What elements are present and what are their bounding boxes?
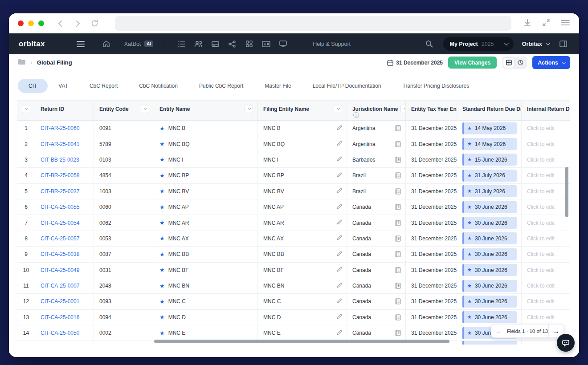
select-all-dropdown[interactable] (22, 105, 30, 113)
standard-due-date-cell[interactable]: ★ 14 May 2026 (457, 121, 522, 136)
chart-view-button[interactable] (514, 57, 526, 68)
internal-due-date-cell[interactable]: Click to edit (522, 168, 570, 183)
internal-due-date-cell[interactable]: Click to edit (522, 121, 570, 136)
jurisdiction-notes-icon[interactable] (395, 298, 401, 304)
tab-cbc-report[interactable]: CbC Report (79, 79, 128, 93)
favorite-star-icon[interactable]: ★ (159, 314, 165, 320)
internal-due-date-cell[interactable]: Click to edit (522, 152, 570, 167)
refresh-button[interactable] (90, 19, 99, 28)
header-standard-return-due-date[interactable]: Standard Return Due Date (457, 101, 522, 120)
tab-cbc-notification[interactable]: CbC Notification (128, 79, 188, 93)
standard-due-date-cell[interactable]: ★ 30 June 2026 (457, 263, 522, 278)
filing-entity-name-cell[interactable]: MNC AR (258, 215, 347, 230)
apps-grid-icon[interactable] (243, 38, 255, 50)
xatbot-nav-item[interactable]: XatBot AI (124, 41, 154, 47)
favorite-star-icon[interactable]: ★ (159, 330, 165, 337)
jurisdiction-notes-icon[interactable] (395, 235, 401, 242)
close-window-button[interactable] (18, 20, 24, 26)
table-row[interactable]: 3 CIT-BB-25-0023 0103 ★ MNC I MNC I Barb… (17, 152, 570, 168)
edit-pencil-icon[interactable] (337, 283, 342, 289)
filing-entity-name-cell[interactable]: MNC BQ (258, 136, 347, 151)
standard-due-date-cell[interactable]: ★ 30 June 2026 (457, 247, 522, 262)
internal-due-date-cell[interactable]: Click to edit (522, 310, 570, 325)
table-row[interactable]: 10 CIT-CA-25-0049 0031 ★ MNC BF MNC BF C… (17, 263, 570, 278)
edit-pencil-icon[interactable] (337, 251, 342, 258)
header-return-id[interactable]: Return ID (35, 101, 94, 120)
table-row[interactable]: 14 CIT-CA-25-0050 0002 ★ MNC E MNC E Can… (17, 325, 570, 341)
filing-entity-name-cell[interactable]: MNC C (258, 294, 347, 309)
table-row[interactable]: 13 CIT-CA-25-0016 0094 ★ MNC D MNC D Can… (17, 310, 570, 325)
standard-due-date-cell[interactable]: ★ 31 July 2026 (457, 184, 522, 199)
favorite-star-icon[interactable]: ★ (159, 172, 165, 179)
filter-dropdown-icon[interactable] (245, 105, 253, 113)
grid-view-button[interactable] (503, 57, 514, 68)
filter-dropdown-icon[interactable] (334, 105, 342, 113)
billing-card-icon[interactable] (209, 38, 221, 50)
filing-entity-name-cell[interactable]: MNC BV (258, 184, 347, 199)
due-date-pill[interactable]: ★ 30 June 2026 (462, 201, 517, 213)
internal-due-date-cell[interactable]: Click to edit (522, 263, 570, 278)
return-id-link[interactable]: CIT-CA-25-0049 (41, 267, 79, 273)
edit-pencil-icon[interactable] (337, 156, 342, 163)
horizontal-scrollbar[interactable] (154, 340, 449, 343)
favorite-star-icon[interactable]: ★ (159, 219, 165, 226)
standard-due-date-cell[interactable]: ★ 30 June 2026 (457, 231, 522, 246)
table-row[interactable]: 9 CIT-CA-25-0038 0087 ★ MNC BB MNC BB Ca… (17, 247, 570, 262)
home-icon[interactable] (100, 38, 113, 50)
edit-pencil-icon[interactable] (337, 235, 342, 242)
edit-pencil-icon[interactable] (337, 314, 342, 320)
tasks-list-icon[interactable] (175, 38, 188, 50)
return-id-link[interactable]: CIT-CA-25-0055 (41, 204, 79, 210)
internal-due-date-cell[interactable]: Click to edit (522, 215, 570, 230)
jurisdiction-notes-icon[interactable] (395, 157, 401, 163)
header-internal-return-due-date[interactable]: Internal Return Due Date (522, 101, 570, 120)
jurisdiction-notes-icon[interactable] (395, 188, 401, 195)
return-id-link[interactable]: CIT-BB-25-0023 (41, 157, 79, 163)
table-row[interactable]: 1 CIT-AR-25-0060 0091 ★ MNC B MNC B Arge… (17, 121, 570, 136)
return-id-link[interactable]: CIT-CA-25-0038 (41, 251, 79, 257)
monitor-icon[interactable] (277, 38, 289, 50)
filing-entity-name-cell[interactable]: MNC E (258, 325, 347, 341)
jurisdiction-notes-icon[interactable] (395, 141, 401, 147)
favorite-star-icon[interactable]: ★ (159, 283, 165, 289)
download-icon[interactable] (523, 18, 532, 29)
tab-cit[interactable]: CIT (18, 79, 48, 93)
edit-pencil-icon[interactable] (337, 219, 342, 226)
filing-entity-name-cell[interactable]: MNC B (258, 121, 347, 136)
due-date-pill[interactable]: ★ 14 May 2026 (462, 138, 517, 150)
favorite-star-icon[interactable]: ★ (159, 125, 165, 132)
jurisdiction-notes-icon[interactable] (395, 283, 401, 289)
header-entity-tax-year-end[interactable]: Entity Tax Year End (406, 101, 457, 120)
favorite-star-icon[interactable]: ★ (159, 267, 165, 273)
jurisdiction-notes-icon[interactable] (395, 267, 401, 273)
tab-master-file[interactable]: Master File (254, 79, 302, 93)
standard-due-date-cell[interactable]: ★ 31 July 2026 (457, 168, 522, 183)
jurisdiction-notes-icon[interactable] (395, 314, 401, 320)
favorite-star-icon[interactable]: ★ (159, 251, 165, 258)
standard-due-date-cell[interactable]: ★ 30 June 2026 (457, 310, 522, 325)
header-entity-code[interactable]: Entity Code (94, 101, 154, 120)
share-icon[interactable] (226, 38, 238, 50)
address-bar[interactable] (115, 16, 511, 31)
return-id-link[interactable]: CIT-AR-25-0041 (41, 141, 79, 147)
filing-entity-name-cell[interactable]: MNC I (258, 152, 347, 167)
tab-public-cbc-report[interactable]: Public CbC Report (188, 79, 254, 93)
due-date-pill[interactable]: ★ 14 May 2026 (462, 122, 517, 134)
table-row[interactable]: 6 CIT-CA-25-0055 0060 ★ MNC AP MNC AP Ca… (17, 199, 570, 215)
filing-entity-name-cell[interactable]: MNC BB (258, 247, 347, 262)
filter-dropdown-icon[interactable] (400, 105, 406, 113)
favorite-star-icon[interactable]: ★ (159, 141, 165, 147)
header-jurisdiction-name[interactable]: Jurisdiction Name i (347, 101, 406, 120)
return-id-link[interactable]: CIT-AR-25-0060 (41, 125, 79, 131)
internal-due-date-cell[interactable]: Click to edit (522, 294, 570, 309)
standard-due-date-cell[interactable]: ★ 14 May 2026 (457, 136, 522, 151)
due-date-pill[interactable]: ★ 30 June 2026 (462, 248, 517, 260)
table-row[interactable]: 5 CIT-BR-25-0037 1003 ★ MNC BV MNC BV Br… (17, 184, 570, 199)
return-id-link[interactable]: CIT-CA-25-0016 (41, 314, 79, 320)
filing-entity-name-cell[interactable]: MNC BN (258, 278, 347, 293)
edit-pencil-icon[interactable] (337, 172, 342, 179)
help-support-link[interactable]: Help & Support (313, 41, 351, 47)
previous-page-button[interactable]: ← (491, 327, 506, 335)
table-row[interactable]: 12 CIT-CA-25-0001 0093 ★ MNC C MNC C Can… (17, 294, 570, 309)
jurisdiction-notes-icon[interactable] (395, 125, 401, 131)
